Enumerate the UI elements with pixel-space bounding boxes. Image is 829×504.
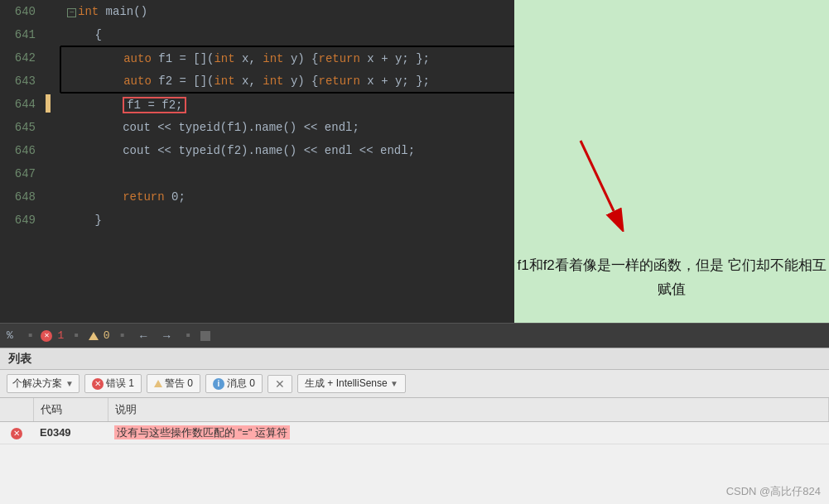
warning-btn-label: 警告 0: [165, 377, 193, 391]
table-row: 643 auto f2 = [](int x, int y) {return x…: [0, 70, 514, 93]
error-count: 1: [57, 329, 64, 342]
filter-button[interactable]: ✕: [267, 375, 292, 393]
line-code: auto f2 = [](int x, int y) {return x + y…: [60, 70, 514, 93]
code-text: f1 = [](: [152, 52, 214, 65]
line-number: 647: [0, 162, 46, 185]
csdn-watermark: CSDN @高比仔824: [726, 484, 821, 499]
nav-back-button[interactable]: ←: [134, 328, 152, 344]
keyword-int4: int: [263, 74, 283, 88]
line-number: 649: [0, 209, 46, 232]
line-code: }: [60, 209, 514, 232]
red-arrow-graphic: [564, 132, 647, 232]
build-button[interactable]: 生成 + IntelliSense ▼: [297, 374, 406, 393]
table-row: 646 cout << typeid(f2).name() << endl <<…: [0, 139, 514, 162]
keyword-int: int: [78, 5, 99, 18]
table-row: 648 return 0;: [0, 185, 514, 209]
error-row[interactable]: ✕ E0349 没有与这些操作数匹配的 "=" 运算符: [0, 421, 829, 444]
panel-toolbar: 个解决方案 ▼ ✕ 错误 1 警告 0 i 消息 0 ✕ 生成 + Intell…: [0, 370, 829, 398]
keyword-return2: return: [319, 74, 360, 88]
error-desc-text: 没有与这些操作数匹配的 "=" 运算符: [114, 425, 290, 439]
yellow-marker: [46, 94, 51, 113]
solution-dropdown[interactable]: 个解决方案 ▼: [7, 374, 80, 393]
table-row: 645 cout << typeid(f1).name() << endl;: [0, 116, 514, 139]
line-gutter: [46, 46, 60, 70]
warning-filter-button[interactable]: 警告 0: [147, 374, 200, 393]
line-number: 645: [0, 116, 46, 139]
info-filter-button[interactable]: i 消息 0: [205, 374, 263, 393]
info-btn-label: 消息 0: [227, 377, 255, 391]
code-text: [67, 190, 123, 204]
error-btn-icon: ✕: [92, 378, 104, 390]
line-gutter: [46, 23, 60, 46]
line-code: −int main(): [60, 0, 514, 23]
line-gutter: [46, 116, 60, 139]
code-text: cout << typeid(f2).name() << endl << end…: [67, 144, 415, 157]
table-row: 649 }: [0, 209, 514, 232]
line-number: 643: [0, 70, 46, 93]
code-text: }: [67, 214, 102, 227]
warning-triangle-icon: [89, 332, 99, 340]
col-desc-header: 说明: [108, 398, 829, 421]
code-text: x,: [235, 52, 263, 65]
separator3: ▪: [118, 329, 127, 343]
line-gutter: [46, 70, 60, 93]
keyword-auto: auto: [123, 52, 152, 65]
code-text: 0;: [165, 190, 186, 204]
nav-forward-button[interactable]: →: [157, 328, 176, 344]
code-editor-area: 640 −int main() 641 { 642 au: [0, 0, 829, 323]
code-text: [67, 98, 123, 112]
line-gutter: [46, 0, 60, 23]
table-row: 640 −int main(): [0, 0, 514, 23]
line-number: 642: [0, 46, 46, 70]
line-gutter: [46, 162, 60, 185]
line-code: cout << typeid(f1).name() << endl;: [60, 116, 514, 139]
code-text: x + y; };: [360, 74, 430, 88]
panel-title-text: 列表: [8, 352, 31, 367]
error-row-icon-mark: ✕: [11, 428, 22, 439]
collapse-icon[interactable]: −: [67, 8, 76, 17]
build-chevron-icon: ▼: [390, 379, 398, 388]
error-description: 没有与这些操作数匹配的 "=" 运算符: [108, 421, 829, 444]
line-code: auto f1 = [](int x, int y) {return x + y…: [60, 46, 514, 70]
table-row: 642 auto f1 = [](int x, int y) {return x…: [0, 46, 514, 70]
code-text: cout << typeid(f1).name() << endl;: [67, 121, 359, 134]
build-btn-label: 生成 + IntelliSense: [305, 377, 388, 389]
line-number: 641: [0, 23, 46, 46]
code-text: y) {: [284, 74, 319, 88]
col-icon: [0, 398, 33, 421]
keyword-int3: int: [214, 74, 234, 88]
table-row: 647: [0, 162, 514, 185]
line-gutter: [46, 209, 60, 232]
line-code: return 0;: [60, 185, 514, 209]
scroll-indicator[interactable]: [200, 331, 210, 341]
info-btn-icon: i: [213, 378, 224, 390]
annotation-text: f1和f2看着像是一样的函数，但是 它们却不能相互赋值: [514, 254, 829, 302]
error-row-icon: ✕: [0, 421, 33, 444]
error-btn-label: 错误 1: [106, 377, 134, 391]
code-text: y) {: [284, 52, 319, 65]
code-text: main(): [99, 5, 147, 18]
error-filter-button[interactable]: ✕ 错误 1: [84, 374, 142, 393]
separator2: ▪: [72, 329, 80, 343]
dropdown-label: 个解决方案: [12, 377, 62, 391]
line-code: {: [60, 23, 514, 46]
error-list-table: 代码 说明 ✕ E0349 没有与这些操作数匹配的 "=" 运算符: [0, 398, 829, 444]
line-code: cout << typeid(f2).name() << endl << end…: [60, 139, 514, 162]
separator: ▪: [27, 329, 35, 343]
line-gutter: [46, 93, 60, 116]
keyword-auto2: auto: [123, 74, 152, 88]
code-text: f2 = [](: [152, 74, 214, 88]
zoom-percent: %: [7, 329, 13, 342]
code-text: {: [67, 28, 102, 41]
line-number: 640: [0, 0, 46, 23]
keyword-return3: return: [123, 190, 164, 204]
error-table-header: 代码 说明: [0, 398, 829, 421]
warning-count: 0: [104, 329, 110, 342]
code-table: 640 −int main() 641 { 642 au: [0, 0, 514, 232]
code-section: 640 −int main() 641 { 642 au: [0, 0, 514, 323]
table-row: 644 f1 = f2;: [0, 93, 514, 116]
line-code: f1 = f2;: [60, 93, 514, 116]
chevron-down-icon: ▼: [65, 379, 74, 388]
line-number: 644: [0, 93, 46, 116]
svg-line-1: [581, 141, 614, 211]
